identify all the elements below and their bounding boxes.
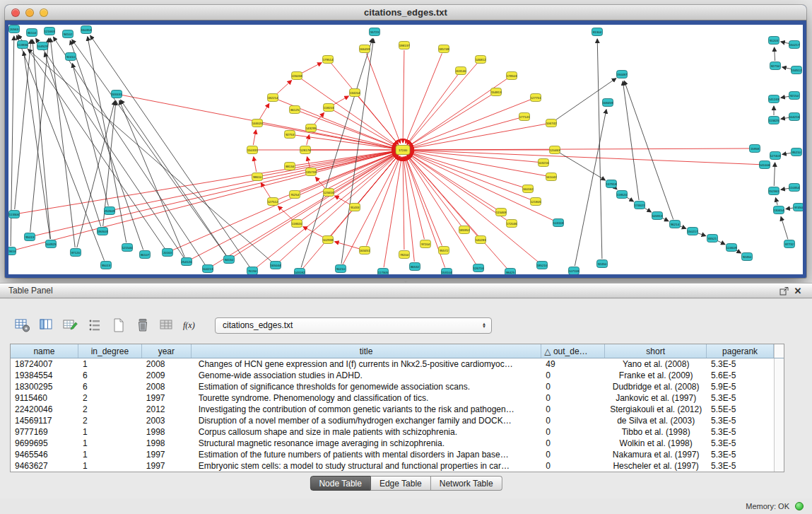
network-edge[interactable]: [410, 151, 539, 163]
network-edge[interactable]: [774, 163, 775, 186]
network-edge[interactable]: [16, 152, 396, 250]
network-node[interactable]: 168459: [603, 99, 613, 107]
network-node[interactable]: 182214: [268, 94, 278, 102]
network-edge[interactable]: [367, 54, 401, 144]
network-node[interactable]: 17240: [396, 146, 410, 155]
network-node[interactable]: 185952: [459, 226, 470, 234]
cell-out[interactable]: 0: [541, 438, 605, 449]
network-node[interactable]: 166459: [360, 45, 370, 53]
network-edge[interactable]: [276, 81, 291, 95]
network-node[interactable]: 115469: [496, 209, 507, 216]
network-node[interactable]: 113936: [18, 41, 28, 49]
column-header-short[interactable]: short: [605, 344, 707, 358]
network-edge[interactable]: [776, 198, 778, 206]
cell-out[interactable]: 0: [541, 381, 605, 392]
cell-pr[interactable]: 5.3E-5: [707, 426, 774, 438]
tab-node-table[interactable]: Node Table: [310, 476, 371, 491]
network-node[interactable]: 179514: [323, 56, 334, 64]
network-node[interactable]: 252609: [105, 207, 115, 215]
table-scrollbar[interactable]: [774, 426, 784, 438]
table-scrollbar[interactable]: [774, 381, 784, 392]
cell-year[interactable]: 2012: [142, 404, 192, 415]
import-table-icon[interactable]: [157, 315, 177, 335]
cell-year[interactable]: 1998: [142, 426, 192, 438]
cell-name[interactable]: 14569117: [11, 415, 78, 426]
network-edge[interactable]: [262, 124, 396, 148]
network-node[interactable]: 203140: [456, 67, 466, 75]
network-edge[interactable]: [254, 157, 257, 172]
network-node[interactable]: 76194: [247, 267, 258, 275]
network-node[interactable]: 94102: [63, 30, 73, 38]
new-file-icon[interactable]: [109, 315, 129, 335]
network-node[interactable]: 135733: [306, 168, 317, 176]
network-node[interactable]: 150217: [688, 228, 698, 235]
network-node[interactable]: 90210: [336, 265, 346, 273]
network-edge[interactable]: [335, 242, 360, 249]
network-edge[interactable]: [279, 155, 397, 262]
cell-out[interactable]: 0: [541, 460, 605, 472]
network-edge[interactable]: [335, 196, 351, 205]
network-edge[interactable]: [316, 177, 326, 189]
table-mode-icon[interactable]: [13, 315, 33, 335]
network-edge[interactable]: [307, 135, 310, 146]
network-edge[interactable]: [717, 240, 725, 245]
cell-short[interactable]: Yano et al. (2008): [605, 358, 707, 370]
network-node[interactable]: 134204: [350, 89, 360, 97]
network-edge[interactable]: [121, 100, 227, 255]
table-scrollbar[interactable]: [774, 415, 784, 426]
network-edge[interactable]: [403, 157, 404, 250]
network-node[interactable]: 146812: [476, 56, 486, 64]
network-edge[interactable]: [410, 124, 546, 148]
network-node[interactable]: 127751: [531, 94, 541, 102]
network-node[interactable]: 95013: [101, 262, 112, 269]
network-node[interactable]: 126710: [473, 264, 484, 272]
network-node[interactable]: 97204: [420, 240, 431, 248]
network-node[interactable]: 140283: [476, 236, 486, 244]
cell-indeg[interactable]: 2: [78, 404, 142, 415]
network-node[interactable]: 190503: [98, 228, 108, 235]
cell-year[interactable]: 1997: [142, 449, 192, 460]
cell-name[interactable]: 22420046: [11, 404, 78, 415]
cell-name[interactable]: 9115460: [11, 392, 78, 404]
table-selector[interactable]: citations_edges.txt ▲▼: [215, 317, 492, 334]
cell-year[interactable]: 2009: [142, 370, 192, 381]
network-node[interactable]: 226058: [292, 72, 302, 80]
column-header-in_degree[interactable]: in_degree: [78, 344, 142, 358]
network-node[interactable]: 118153: [324, 104, 334, 112]
network-node[interactable]: 123416: [324, 189, 334, 197]
cell-pr[interactable]: 5.3E-5: [707, 392, 774, 404]
column-header-name[interactable]: name: [11, 344, 78, 358]
show-columns-icon[interactable]: [37, 315, 57, 335]
network-node[interactable]: 107118: [569, 267, 579, 275]
network-node[interactable]: 55723: [370, 28, 380, 36]
cell-out[interactable]: 0: [541, 404, 605, 415]
network-edge[interactable]: [407, 156, 461, 226]
network-node[interactable]: 76254: [290, 191, 300, 199]
table-row[interactable]: 946362711997Embryonic stem cells: a mode…: [11, 460, 784, 472]
cell-year[interactable]: 2003: [142, 415, 192, 426]
network-node[interactable]: 81304: [592, 28, 603, 36]
network-edge[interactable]: [19, 151, 396, 214]
network-node[interactable]: 137918: [606, 180, 617, 188]
cell-out[interactable]: 0: [541, 426, 605, 438]
cell-pr[interactable]: 5.3E-5: [707, 438, 774, 449]
network-node[interactable]: 92450: [742, 253, 753, 261]
cell-name[interactable]: 18724007: [11, 358, 78, 370]
network-edge[interactable]: [333, 96, 348, 105]
network-node[interactable]: 123610: [8, 247, 16, 255]
cell-year[interactable]: 1997: [142, 392, 192, 404]
network-node[interactable]: 163451: [360, 247, 370, 255]
network-node[interactable]: 194487: [617, 71, 628, 78]
close-panel-icon[interactable]: ✕: [791, 284, 805, 297]
network-node[interactable]: 103118: [553, 219, 564, 227]
network-node[interactable]: 87732: [784, 240, 795, 248]
table-scrollbar[interactable]: [774, 404, 784, 415]
cell-short[interactable]: Franke et al. (2009): [605, 370, 707, 381]
table-scrollbar-top[interactable]: [774, 344, 784, 358]
network-node[interactable]: 127403: [770, 152, 781, 160]
network-node[interactable]: 120463: [550, 146, 560, 154]
cell-name[interactable]: 18300295: [11, 381, 78, 392]
float-panel-icon[interactable]: [777, 284, 791, 297]
network-node[interactable]: 20563: [9, 25, 20, 33]
network-edge[interactable]: [23, 52, 50, 239]
